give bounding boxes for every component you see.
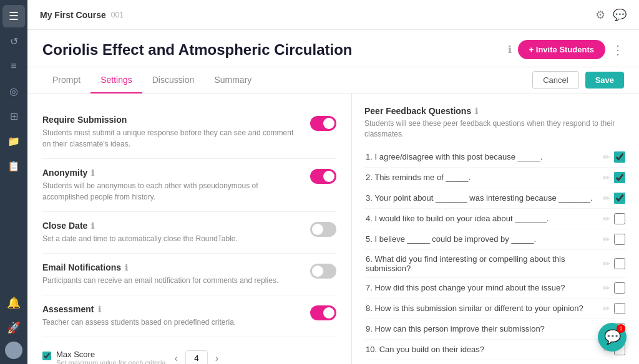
require-submission-title: Require Submission <box>42 115 300 125</box>
assessment-toggle[interactable] <box>310 305 336 320</box>
topbar: My First Course 001 ⚙ 💬 <box>27 0 639 30</box>
tab-settings[interactable]: Settings <box>90 67 142 93</box>
invite-students-button[interactable]: + Invite Students <box>518 40 605 59</box>
anonymity-title: Anonymity ℹ <box>42 168 300 178</box>
question-row-3: 3. Your point about _______ was interest… <box>364 188 627 209</box>
stepper-increment-button[interactable]: › <box>213 353 221 364</box>
close-date-info: Close Date ℹ Set a date and time to auto… <box>42 221 310 244</box>
question-checkbox-1[interactable] <box>614 151 625 163</box>
peer-feedback-panel: Peer Feedback Questions ℹ Students will … <box>352 93 639 364</box>
page-title: Coriolis Effect and Atmospheric Circulat… <box>42 41 353 59</box>
chat-badge: 1 <box>617 324 625 333</box>
edit-icon-7[interactable]: ✏ <box>603 283 610 293</box>
assessment-desc: Teacher can assess students based on pre… <box>42 317 300 328</box>
question-text-4: 4. I would like to build on your idea ab… <box>366 214 603 223</box>
question-checkbox-6[interactable] <box>614 258 625 269</box>
email-notifications-info: Email Notifications ℹ Participants can r… <box>42 262 310 286</box>
question-actions-7: ✏ <box>603 282 625 294</box>
email-info-icon[interactable]: ℹ <box>125 263 128 272</box>
topbar-left: My First Course 001 <box>40 10 124 20</box>
close-date-desc: Set a date and time to automatically clo… <box>42 233 300 244</box>
content-area: Require Submission Students must submit … <box>27 93 639 364</box>
question-row-4: 4. I would like to build on your idea ab… <box>364 209 627 229</box>
email-notifications-title: Email Notifications ℹ <box>42 262 300 272</box>
edit-icon-3[interactable]: ✏ <box>603 193 610 203</box>
course-id: 001 <box>111 11 124 19</box>
page-info-icon[interactable]: ℹ <box>508 44 512 55</box>
question-checkbox-4[interactable] <box>614 213 625 224</box>
question-row-5: 5. I believe _____ could be improved by … <box>364 229 627 250</box>
anonymity-setting: Anonymity ℹ Students will be anonymous t… <box>42 159 336 212</box>
stepper-decrement-button[interactable]: ‹ <box>172 353 180 364</box>
question-actions-8: ✏ <box>603 303 625 314</box>
question-checkbox-7[interactable] <box>614 282 625 294</box>
require-submission-info: Require Submission Students must submit … <box>42 115 310 150</box>
tab-actions: Cancel Save <box>532 71 624 89</box>
edit-icon-4[interactable]: ✏ <box>603 214 610 224</box>
sidebar-list-icon[interactable]: ≡ <box>2 55 25 77</box>
save-button[interactable]: Save <box>585 72 624 89</box>
email-notifications-toggle[interactable] <box>310 264 336 279</box>
max-score-stepper: ‹ › <box>172 350 221 364</box>
sidebar-grid-icon[interactable]: ⊞ <box>2 105 25 127</box>
question-row-6: 6. What did you find interesting or comp… <box>364 250 627 278</box>
peer-feedback-desc: Students will see these peer feedback qu… <box>364 118 627 140</box>
sidebar-doc-icon[interactable]: 📋 <box>2 155 25 177</box>
close-date-title: Close Date ℹ <box>42 221 300 231</box>
question-text-7: 7. How did this post change your mind ab… <box>366 283 603 292</box>
more-options-button[interactable]: ⋮ <box>612 42 624 57</box>
tab-prompt[interactable]: Prompt <box>42 67 90 93</box>
question-actions-6: ✏ <box>603 258 625 269</box>
question-actions-5: ✏ <box>603 234 625 245</box>
edit-icon-5[interactable]: ✏ <box>603 234 610 244</box>
settings-icon[interactable]: ⚙ <box>595 8 605 22</box>
close-date-toggle[interactable] <box>310 222 336 237</box>
topbar-icons: ⚙ 💬 <box>595 8 627 22</box>
chat-fab-button[interactable]: 💬 1 <box>598 323 627 352</box>
sidebar-folder-icon[interactable]: 📁 <box>2 130 25 152</box>
question-row-2: 2. This reminds me of _____. ✏ <box>364 168 627 188</box>
edit-icon-2[interactable]: ✏ <box>603 173 610 183</box>
stepper-value-input[interactable] <box>185 350 208 364</box>
max-score-checkbox[interactable] <box>42 352 51 360</box>
question-checkbox-5[interactable] <box>614 234 625 245</box>
close-date-setting: Close Date ℹ Set a date and time to auto… <box>42 212 336 254</box>
question-actions-2: ✏ <box>603 172 625 183</box>
question-checkbox-3[interactable] <box>614 193 625 204</box>
question-text-1: 1. I agree/disagree with this post becau… <box>366 152 603 161</box>
max-score-checkbox-label[interactable]: Max Score Set maximum value for each cri… <box>42 350 165 364</box>
assessment-sub-section: Max Score Set maximum value for each cri… <box>42 337 336 364</box>
edit-icon-8[interactable]: ✏ <box>603 304 610 314</box>
question-text-3: 3. Your point about _______ was interest… <box>366 193 603 203</box>
question-text-8: 8. How is this submission similar or dif… <box>366 304 603 313</box>
edit-icon-6[interactable]: ✏ <box>603 259 610 269</box>
anonymity-toggle[interactable] <box>310 169 336 184</box>
question-checkbox-2[interactable] <box>614 172 625 183</box>
close-date-info-icon[interactable]: ℹ <box>91 221 94 231</box>
chat-icon[interactable]: 💬 <box>613 8 627 22</box>
sidebar-bell-icon[interactable]: 🔔 <box>2 292 25 314</box>
anonymity-info-icon[interactable]: ℹ <box>91 168 94 178</box>
question-row-7: 7. How did this post change your mind ab… <box>364 278 627 299</box>
page-header: Coriolis Effect and Atmospheric Circulat… <box>27 30 639 67</box>
sidebar-avatar[interactable] <box>5 342 22 359</box>
assessment-info: Assessment ℹ Teacher can assess students… <box>42 304 310 328</box>
question-text-9: 9. How can this person improve their sub… <box>366 324 603 333</box>
question-text-10: 10. Can you build on their ideas? <box>366 345 603 354</box>
peer-feedback-title: Peer Feedback Questions ℹ <box>364 106 627 116</box>
question-actions-4: ✏ <box>603 213 625 224</box>
tab-summary[interactable]: Summary <box>204 67 261 93</box>
sidebar-menu-icon[interactable]: ☰ <box>2 5 25 27</box>
tab-discussion[interactable]: Discussion <box>142 67 205 93</box>
require-submission-toggle[interactable] <box>310 116 336 131</box>
assessment-info-icon[interactable]: ℹ <box>98 305 101 314</box>
question-row-10: 10. Can you build on their ideas? ✏ <box>364 340 627 360</box>
email-notifications-setting: Email Notifications ℹ Participants can r… <box>42 254 336 295</box>
sidebar-history-icon[interactable]: ↺ <box>2 30 25 52</box>
edit-icon-1[interactable]: ✏ <box>603 152 610 162</box>
question-checkbox-8[interactable] <box>614 303 625 314</box>
peer-feedback-info-icon[interactable]: ℹ <box>475 107 478 116</box>
sidebar-rocket-icon[interactable]: 🚀 <box>2 317 25 339</box>
sidebar-globe-icon[interactable]: ◎ <box>2 80 25 102</box>
cancel-button[interactable]: Cancel <box>532 71 578 89</box>
